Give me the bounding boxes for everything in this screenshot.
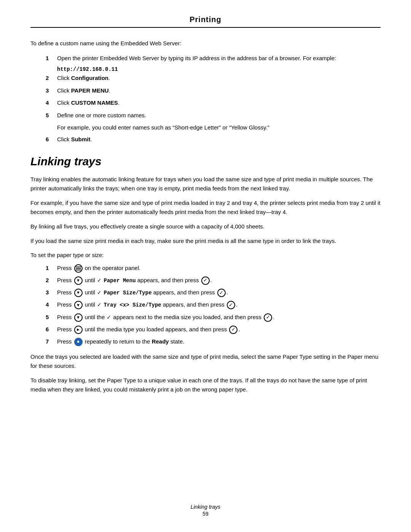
footer-label: Linking trays [0,504,411,510]
step-number: 1 [46,264,57,273]
body-paragraph: Tray linking enables the automatic linki… [30,175,381,193]
right-arrow-icon: ► [74,326,83,334]
step-number: 6 [46,135,57,144]
step-number: 2 [46,74,57,83]
page: Printing To define a custom name using t… [0,0,411,532]
check-circle-icon: ✓ [229,326,237,334]
sub-note: For example, you could enter names such … [57,123,381,132]
step-content: Press ▼ until ✓ Paper Menu appears, and … [57,276,381,285]
step-content: Open the printer Embedded Web Server by … [57,54,381,63]
check-circle-icon: ✓ [217,289,226,297]
page-title: Printing [30,15,381,24]
body-paragraph: For example, if you have the same size a… [30,198,381,217]
page-header: Printing [30,15,381,28]
header-rule [30,27,381,28]
check-circle-icon: ✓ [201,276,210,285]
footer-page-number: 59 [0,511,411,517]
step-content: Press ▼ until the ✓ appears next to the … [57,313,381,322]
steps-intro: To set the paper type or size: [30,251,381,260]
bold-label: Submit [71,136,91,142]
stop-icon: ● [74,338,83,346]
body-paragraph: If you load the same size print media in… [30,236,381,246]
step-number: 4 [46,300,57,309]
menu-icon [74,264,83,273]
step-content: Press on the operator panel. [57,264,381,273]
step-content: Press ● repeatedly to return to the Read… [57,337,381,346]
menu-label: Paper Menu [104,278,136,284]
bold-label: PAPER MENU [71,87,109,94]
checkmark: ✓ [97,302,102,308]
checkmark: ✓ [107,314,111,320]
step-content: Click Configuration. [57,74,381,83]
down-arrow-icon: ▼ [74,276,83,285]
list-item: 4 Click CUSTOM NAMES. [30,99,381,107]
ready-label: Ready [152,338,169,345]
list-item: 2 Press ▼ until ✓ Paper Menu appears, an… [30,276,381,285]
page-footer: Linking trays 59 [0,504,411,517]
checkmark: ✓ [97,277,102,283]
menu-label: Tray <x> Size/Type [104,302,161,308]
code-example: http://192.168.0.11 [57,66,381,72]
step-number: 4 [46,99,57,107]
step-content: Click PAPER MENU. [57,86,381,95]
svg-rect-1 [76,268,81,269]
step-number: 6 [46,325,57,334]
list-item: 7 Press ● repeatedly to return to the Re… [30,337,381,346]
list-item: 5 Press ▼ until the ✓ appears next to th… [30,313,381,322]
linking-trays-steps: 1 Press on the operator panel. 2 Press ▼ [30,264,381,346]
list-item: 6 Press ► until the media type you loade… [30,325,381,334]
step-number: 1 [46,54,57,63]
section-title: Linking trays [30,155,381,168]
step-number: 3 [46,288,57,297]
list-item: 4 Press ▼ until ✓ Tray <x> Size/Type app… [30,300,381,309]
custom-name-intro: To define a custom name using the Embedd… [30,39,381,48]
step-content: Define one or more custom names. [57,111,381,120]
check-circle-icon: ✓ [264,313,272,322]
step-content: Click CUSTOM NAMES. [57,99,381,107]
list-item: 3 Click PAPER MENU. [30,86,381,95]
body-paragraph: To disable tray linking, set the Paper T… [30,376,381,394]
list-item: 1 Open the printer Embedded Web Server b… [30,54,381,63]
list-item: 3 Press ▼ until ✓ Paper Size/Type appear… [30,288,381,297]
custom-name-steps: 1 Open the printer Embedded Web Server b… [30,54,381,144]
down-arrow-icon: ▼ [74,289,83,297]
bold-label: Configuration [71,75,108,81]
bold-label: CUSTOM NAMES [71,99,118,106]
step-content: Press ▼ until ✓ Paper Size/Type appears,… [57,288,381,297]
list-item: 2 Click Configuration. [30,74,381,83]
svg-rect-2 [76,270,81,270]
check-circle-icon: ✓ [227,301,235,309]
menu-label: Paper Size/Type [104,290,152,296]
step-content: Click Submit. [57,135,381,144]
list-item: 1 Press on the operator panel. [30,264,381,273]
down-arrow-icon: ▼ [74,313,83,322]
step-number: 2 [46,276,57,285]
list-item: 6 Click Submit. [30,135,381,144]
body-paragraph: Once the trays you selected are loaded w… [30,352,381,371]
step-content: Press ► until the media type you loaded … [57,325,381,334]
step-number: 5 [46,313,57,322]
step-number: 5 [46,111,57,120]
list-item: 5 Define one or more custom names. [30,111,381,120]
step-content: Press ▼ until ✓ Tray <x> Size/Type appea… [57,300,381,309]
down-arrow-icon: ▼ [74,301,83,309]
checkmark: ✓ [97,289,102,296]
step-number: 3 [46,86,57,95]
step-number: 7 [46,337,57,346]
body-paragraph: By linking all five trays, you effective… [30,222,381,231]
svg-rect-0 [76,267,81,267]
